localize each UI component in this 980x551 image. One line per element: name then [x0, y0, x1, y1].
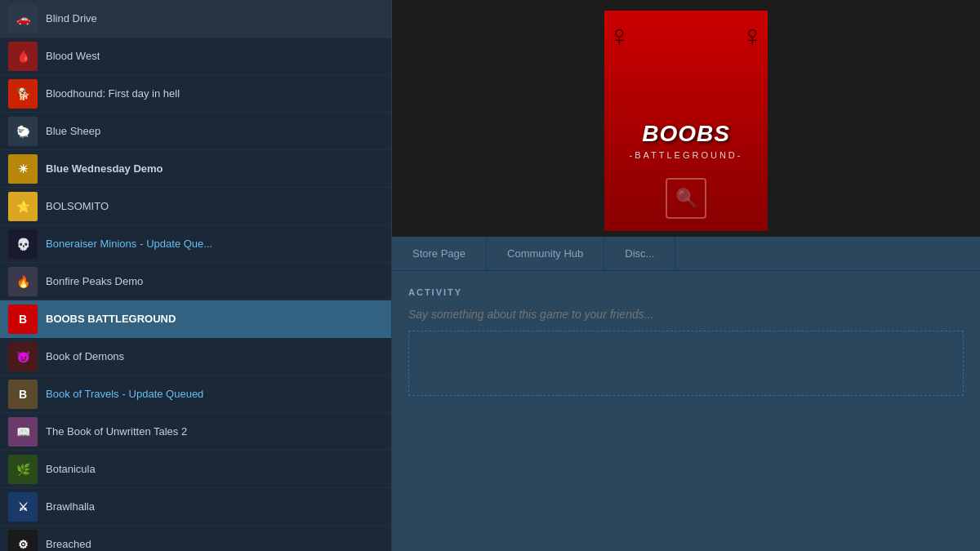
game-thumb-blood-west: 🩸: [8, 42, 38, 71]
game-title-row-book-unwritten: The Book of Unwritten Tales 2: [46, 425, 187, 438]
game-title-row-book-travels: Book of Travels - Update Queued: [46, 388, 203, 400]
game-title-bonfire: Bonfire Peaks Demo: [46, 275, 143, 287]
game-title-blue-wednesday: Blue Wednesday Demo: [46, 162, 163, 175]
game-thumb-boobs: B: [8, 304, 38, 334]
game-title-row-botanicula: Botanicula: [46, 463, 96, 475]
silhouette-left: ♀: [608, 19, 630, 53]
game-title-breached: Breached: [46, 538, 91, 550]
game-title-bloodhound: Bloodhound: First day in hell: [46, 87, 180, 100]
silhouette-right: ♀: [742, 19, 764, 53]
game-title-row-boneraiser: Boneraiser Minions - Update Que...: [46, 238, 212, 250]
game-nav-tabs: Store Page Community Hub Disc...: [392, 237, 980, 271]
game-title-blood-west: Blood West: [46, 50, 100, 62]
sidebar-item-book-demons[interactable]: 😈Book of Demons: [0, 338, 391, 375]
game-title-brawlhalla: Brawlhalla: [46, 500, 95, 513]
game-library-sidebar: 🚗Blind Drive🩸Blood West🐕Bloodhound: Firs…: [0, 0, 392, 551]
game-title-book-travels: Book of Travels: [46, 388, 119, 400]
game-title-row-brawlhalla: Brawlhalla: [46, 500, 95, 513]
sidebar-item-boneraiser[interactable]: 💀Boneraiser Minions - Update Que...: [0, 225, 391, 263]
game-title-row-blue-wednesday: Blue Wednesday Demo: [46, 162, 163, 175]
game-title-row-bonfire: Bonfire Peaks Demo: [46, 275, 143, 287]
game-title-book-demons: Book of Demons: [46, 350, 124, 362]
game-thumb-bolsomito: ⭐: [8, 192, 38, 221]
game-title-row-blind-drive: Blind Drive: [46, 12, 97, 24]
tab-community-hub[interactable]: Community Hub: [487, 237, 604, 270]
cover-game-title: BOOBS: [630, 122, 743, 147]
game-title-row-bolsomito: BOLSOMITO: [46, 200, 109, 212]
update-text-book-travels: - Update Queued: [122, 388, 204, 400]
game-title-bolsomito: BOLSOMITO: [46, 200, 109, 212]
game-thumb-boneraiser: 💀: [8, 229, 38, 259]
sidebar-item-bloodhound[interactable]: 🐕Bloodhound: First day in hell: [0, 75, 391, 113]
activity-input[interactable]: [408, 308, 964, 321]
game-title-row-breached: Breached: [46, 538, 91, 550]
game-title-row-bloodhound: Bloodhound: First day in hell: [46, 87, 180, 100]
game-thumb-blue-wednesday: ☀: [8, 154, 38, 184]
cover-game-subtitle: -BATTLEGROUND-: [630, 150, 743, 160]
sidebar-item-book-unwritten[interactable]: 📖The Book of Unwritten Tales 2: [0, 413, 391, 451]
tab-store-page[interactable]: Store Page: [392, 237, 487, 270]
game-title-boobs: BOOBS BATTLEGROUND: [46, 313, 176, 325]
game-thumb-breached: ⚙: [8, 530, 38, 552]
game-title-book-unwritten: The Book of Unwritten Tales 2: [46, 425, 187, 438]
game-thumb-book-demons: 😈: [8, 342, 38, 371]
game-title-row-blood-west: Blood West: [46, 50, 100, 62]
sidebar-item-blind-drive[interactable]: 🚗Blind Drive: [0, 0, 391, 38]
game-title-blue-sheep: Blue Sheep: [46, 125, 100, 137]
game-title-blind-drive: Blind Drive: [46, 12, 97, 24]
activity-section-label: ACTIVITY: [408, 287, 964, 297]
game-thumb-blind-drive: 🚗: [8, 4, 38, 33]
sidebar-item-brawlhalla[interactable]: ⚔Brawlhalla: [0, 488, 391, 526]
sidebar-item-blood-west[interactable]: 🩸Blood West: [0, 38, 391, 75]
game-hero-section: ♀ ♀ BOOBS -BATTLEGROUND- 🔍: [392, 0, 980, 237]
tab-discussions[interactable]: Disc...: [604, 237, 675, 270]
game-thumb-brawlhalla: ⚔: [8, 492, 38, 522]
hero-background: ♀ ♀ BOOBS -BATTLEGROUND- 🔍: [392, 0, 980, 237]
game-cover-image: ♀ ♀ BOOBS -BATTLEGROUND- 🔍: [604, 11, 768, 231]
game-detail-panel: ♀ ♀ BOOBS -BATTLEGROUND- 🔍 Store Page Co…: [392, 0, 980, 551]
game-thumb-botanicula: 🌿: [8, 455, 38, 484]
sidebar-item-blue-wednesday[interactable]: ☀Blue Wednesday Demo: [0, 150, 391, 188]
game-thumb-book-travels: B: [8, 380, 38, 409]
sidebar-item-bonfire[interactable]: 🔥Bonfire Peaks Demo: [0, 263, 391, 300]
game-thumb-book-unwritten: 📖: [8, 417, 38, 447]
sidebar-item-blue-sheep[interactable]: 🐑Blue Sheep: [0, 113, 391, 150]
activity-content-box: [408, 331, 964, 396]
sidebar-item-book-travels[interactable]: BBook of Travels - Update Queued: [0, 375, 391, 413]
game-thumb-bloodhound: 🐕: [8, 79, 38, 109]
cover-silhouettes: ♀ ♀: [604, 19, 768, 53]
game-thumb-bonfire: 🔥: [8, 267, 38, 296]
game-title-botanicula: Botanicula: [46, 463, 96, 475]
update-text-boneraiser: - Update Que...: [140, 238, 212, 250]
game-title-boneraiser: Boneraiser Minions: [46, 238, 136, 250]
cover-search-icon: 🔍: [666, 178, 706, 219]
activity-section: ACTIVITY: [392, 271, 980, 551]
sidebar-item-breached[interactable]: ⚙Breached: [0, 526, 391, 551]
sidebar-item-botanicula[interactable]: 🌿Botanicula: [0, 451, 391, 488]
game-thumb-blue-sheep: 🐑: [8, 117, 38, 146]
sidebar-item-boobs[interactable]: BBOOBS BATTLEGROUND: [0, 300, 391, 338]
sidebar-item-bolsomito[interactable]: ⭐BOLSOMITO: [0, 188, 391, 225]
game-title-row-book-demons: Book of Demons: [46, 350, 124, 362]
game-title-row-boobs: BOOBS BATTLEGROUND: [46, 313, 176, 325]
game-title-row-blue-sheep: Blue Sheep: [46, 125, 100, 137]
